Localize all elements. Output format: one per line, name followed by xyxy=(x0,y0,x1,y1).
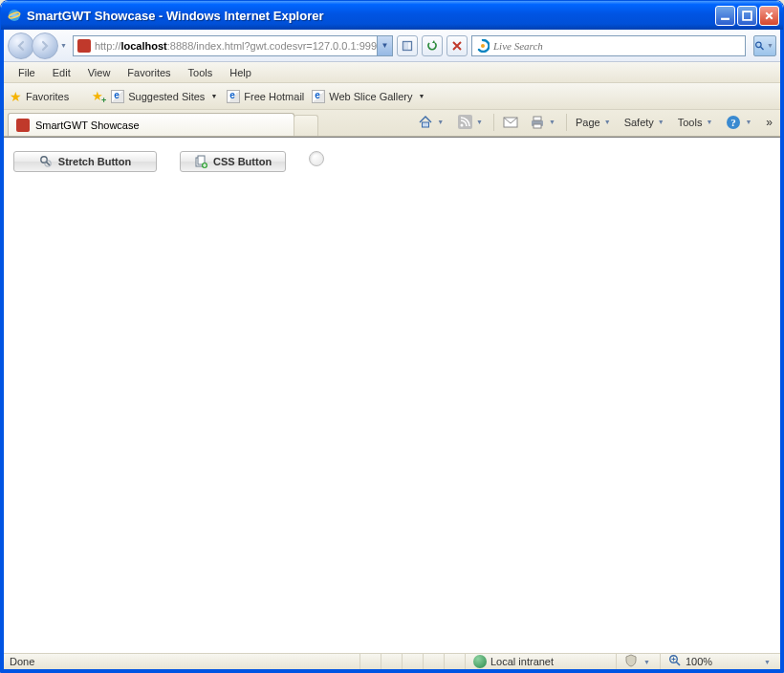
chevron-down-icon: ▼ xyxy=(604,119,611,125)
stretch-button-label: Stretch Button xyxy=(58,156,131,167)
page-label: Page xyxy=(576,117,600,128)
chevron-down-icon: ▼ xyxy=(476,119,483,125)
safety-menu[interactable]: Safety ▼ xyxy=(621,115,669,130)
menu-file[interactable]: File xyxy=(10,64,44,81)
maximize-button[interactable] xyxy=(737,6,757,26)
stop-button[interactable] xyxy=(446,35,468,56)
safety-label: Safety xyxy=(624,117,654,128)
url-path: :8888/index.html?gwt.codesvr=127.0.0.1:9… xyxy=(167,40,377,52)
read-mail-button[interactable] xyxy=(500,113,521,132)
css-button-label: CSS Button xyxy=(213,156,272,167)
menu-favorites[interactable]: Favorites xyxy=(119,64,179,81)
ie-app-icon xyxy=(7,8,22,23)
help-button[interactable]: ? ▼ xyxy=(723,113,756,132)
chevron-down-icon: ▼ xyxy=(210,93,217,99)
tab-title: SmartGWT Showcase xyxy=(35,119,140,131)
rss-icon xyxy=(457,115,472,130)
add-favorite-button[interactable]: ★ + xyxy=(92,89,103,103)
window-title: SmartGWT Showcase - Windows Internet Exp… xyxy=(27,9,715,23)
page-icon xyxy=(111,90,124,103)
star-icon: ★ xyxy=(10,89,22,104)
chevron-down-icon: ▼ xyxy=(764,659,771,665)
web-slice-gallery-link[interactable]: Web Slice Gallery ▼ xyxy=(312,90,426,103)
refresh-button[interactable] xyxy=(422,35,443,56)
command-bar: ▼ ▼ ▼ Page ▼ Safety ▼ Tools ▼ ? ▼ xyxy=(415,110,776,136)
page-icon xyxy=(227,90,240,103)
chevron-down-icon: ▼ xyxy=(437,119,444,125)
tools-menu[interactable]: Tools ▼ xyxy=(675,115,718,130)
window-titlebar: SmartGWT Showcase - Windows Internet Exp… xyxy=(1,1,783,30)
compat-view-button[interactable] xyxy=(397,35,418,56)
chevron-down-icon: ▼ xyxy=(549,119,555,125)
zoom-icon xyxy=(668,654,682,669)
zoom-level: 100% xyxy=(686,656,712,667)
chevron-down-icon: ▼ xyxy=(643,659,650,665)
forward-button[interactable] xyxy=(32,33,58,59)
back-button[interactable] xyxy=(8,33,34,59)
svg-rect-13 xyxy=(534,124,541,128)
nav-history-dropdown[interactable]: ▼ xyxy=(60,42,67,49)
printer-icon xyxy=(530,115,545,130)
free-hotmail-link[interactable]: Free Hotmail xyxy=(227,90,304,103)
menu-edit[interactable]: Edit xyxy=(44,64,79,81)
svg-point-9 xyxy=(460,124,463,127)
address-bar[interactable]: http://localhost:8888/index.html?gwt.cod… xyxy=(73,35,393,56)
home-button[interactable]: ▼ xyxy=(415,113,448,132)
bing-icon xyxy=(476,39,490,53)
chevron-down-icon: ▼ xyxy=(658,119,664,125)
menu-bar: File Edit View Favorites Tools Help xyxy=(4,62,780,83)
status-text-pane: Done xyxy=(4,654,359,669)
search-input[interactable] xyxy=(493,40,741,52)
security-zone-pane[interactable]: Local intranet xyxy=(465,654,616,669)
css-button[interactable]: CSS Button xyxy=(180,151,286,172)
page-menu[interactable]: Page ▼ xyxy=(573,115,616,130)
status-pane-empty xyxy=(423,654,444,669)
stretch-button[interactable]: Stretch Button xyxy=(13,151,157,172)
menu-help[interactable]: Help xyxy=(221,64,260,81)
new-tab-button[interactable] xyxy=(294,115,318,136)
status-pane-empty xyxy=(381,654,402,669)
globe-icon xyxy=(473,655,487,668)
page-content: Stretch Button CSS Button xyxy=(4,137,780,653)
status-bar: Done Local intranet ▼ 100% ▼ xyxy=(4,653,780,672)
navigation-toolbar: ▼ http://localhost:8888/index.html?gwt.c… xyxy=(4,30,780,62)
tab-smartgwt-showcase[interactable]: SmartGWT Showcase xyxy=(8,113,294,136)
menu-tools[interactable]: Tools xyxy=(180,64,222,81)
favorites-bar: ★ Favorites ★ + Suggested Sites ▼ Free H… xyxy=(4,83,780,110)
feeds-button[interactable]: ▼ xyxy=(454,113,488,132)
svg-point-6 xyxy=(756,42,762,48)
web-slice-label: Web Slice Gallery xyxy=(329,91,412,102)
favorites-label: Favorites xyxy=(26,91,69,102)
help-icon: ? xyxy=(726,115,741,130)
svg-point-5 xyxy=(481,44,485,48)
status-pane-empty xyxy=(359,654,381,669)
page-icon xyxy=(312,90,325,103)
search-go-button[interactable]: ▼ xyxy=(753,35,776,56)
favorites-button[interactable]: ★ Favorites xyxy=(10,89,69,104)
radio-img-button[interactable] xyxy=(309,151,324,166)
protected-mode-pane[interactable]: ▼ xyxy=(616,654,660,669)
close-button[interactable] xyxy=(759,6,779,26)
add-favorite-icon: ★ + xyxy=(92,89,103,103)
suggested-sites-label: Suggested Sites xyxy=(128,91,205,102)
security-zone-label: Local intranet xyxy=(490,656,554,667)
site-favicon-icon xyxy=(77,39,91,53)
svg-rect-3 xyxy=(743,11,751,20)
zoom-pane[interactable]: 100% ▼ xyxy=(660,654,780,669)
chevron-down-icon: ▼ xyxy=(706,119,712,125)
address-dropdown[interactable]: ▼ xyxy=(377,36,392,55)
status-pane-empty xyxy=(444,654,465,669)
search-box[interactable] xyxy=(471,35,746,56)
separator xyxy=(493,114,494,131)
mail-icon xyxy=(503,115,518,130)
menu-view[interactable]: View xyxy=(79,64,120,81)
minimize-button[interactable] xyxy=(715,6,735,26)
overflow-button[interactable]: » xyxy=(762,116,776,129)
print-button[interactable]: ▼ xyxy=(527,113,560,132)
suggested-sites-link[interactable]: Suggested Sites ▼ xyxy=(111,90,219,103)
home-icon xyxy=(418,115,433,130)
separator xyxy=(566,114,567,131)
add-files-icon xyxy=(194,155,207,168)
svg-text:?: ? xyxy=(731,117,737,128)
free-hotmail-label: Free Hotmail xyxy=(244,91,304,102)
